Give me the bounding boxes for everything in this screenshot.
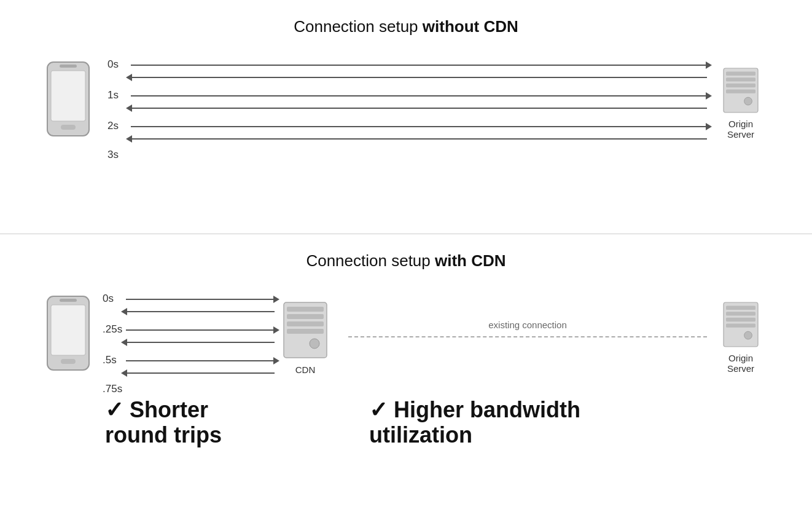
arrow-left-2s xyxy=(131,138,707,140)
cdn-diagram-row: 0s .25s .5s .75s xyxy=(44,288,768,386)
origin-server-cdn: OriginServer xyxy=(713,300,768,374)
dotted-line xyxy=(348,336,707,337)
benefit-shorter-text: ✓ Shorterround trips xyxy=(105,397,351,448)
diagram-container: Connection setup without CDN xyxy=(0,0,812,520)
bottom-title: Connection setup with CDN xyxy=(306,251,506,270)
cdn-server: CDN xyxy=(281,299,330,375)
svg-rect-22 xyxy=(726,312,755,315)
svg-rect-11 xyxy=(51,305,85,355)
cdn-time-25s: .25s xyxy=(103,323,122,336)
cdn-arrow-right-5 xyxy=(126,360,275,361)
phone-icon xyxy=(44,60,93,146)
svg-rect-5 xyxy=(726,72,755,76)
svg-rect-17 xyxy=(287,321,324,326)
benefit-bandwidth: ✓ Higher bandwidthutilization xyxy=(351,397,768,448)
svg-rect-3 xyxy=(61,125,76,130)
cdn-time-5s: .5s xyxy=(103,354,117,366)
benefits-row: ✓ Shorterround trips ✓ Higher bandwidthu… xyxy=(44,397,768,448)
svg-rect-7 xyxy=(726,84,755,87)
svg-rect-8 xyxy=(726,89,755,93)
time-label-3s: 3s xyxy=(107,149,119,161)
cdn-time-75s: .75s xyxy=(103,383,122,395)
svg-rect-15 xyxy=(287,307,324,312)
svg-rect-24 xyxy=(726,323,755,327)
top-section: Connection setup without CDN xyxy=(0,0,812,234)
top-title: Connection setup without CDN xyxy=(294,17,518,36)
existing-connection-area: existing connection xyxy=(348,288,707,386)
bottom-title-bold: with CDN xyxy=(435,251,506,270)
svg-rect-18 xyxy=(287,329,324,334)
arrow-right-2s xyxy=(131,126,707,127)
existing-connection-label: existing connection xyxy=(488,320,567,330)
cdn-arrow-right-0 xyxy=(126,299,275,300)
cdn-arrow-left-0 xyxy=(126,311,275,312)
benefit-bandwidth-text: ✓ Higher bandwidthutilization xyxy=(369,397,768,448)
cdn-label: CDN xyxy=(295,364,316,375)
arrow-left-1s xyxy=(131,108,707,109)
svg-point-9 xyxy=(744,97,752,105)
top-diagram-row: 0s 1s 2s 3s xyxy=(44,53,768,152)
svg-rect-12 xyxy=(60,299,77,302)
cdn-time-0s: 0s xyxy=(103,293,114,305)
svg-rect-1 xyxy=(51,71,85,121)
cdn-arrow-right-25 xyxy=(126,329,275,331)
top-title-normal: Connection setup xyxy=(294,17,423,36)
arrow-right-1s xyxy=(131,95,707,97)
svg-rect-13 xyxy=(61,359,76,364)
cdn-timeline-area: 0s .25s .5s .75s xyxy=(103,288,275,386)
time-label-2s: 2s xyxy=(107,120,119,132)
svg-rect-6 xyxy=(726,77,755,81)
time-label-0s: 0s xyxy=(107,58,119,71)
benefit-shorter-trips: ✓ Shorterround trips xyxy=(44,397,351,448)
arrow-left-0s-1 xyxy=(131,77,707,78)
svg-rect-16 xyxy=(287,314,324,319)
cdn-arrow-left-5 xyxy=(126,372,275,374)
origin-server-cdn-label: OriginServer xyxy=(727,353,754,374)
bottom-title-normal: Connection setup xyxy=(306,251,435,270)
cdn-arrow-left-25 xyxy=(126,342,275,343)
bottom-section: Connection setup with CDN 0s .25s xyxy=(0,234,812,520)
phone-icon-cdn xyxy=(44,294,93,380)
time-label-1s: 1s xyxy=(107,89,119,101)
top-title-bold: without CDN xyxy=(423,17,518,36)
arrow-right-0s-1 xyxy=(131,65,707,66)
svg-rect-2 xyxy=(60,65,77,68)
top-timeline-area: 0s 1s 2s 3s xyxy=(107,53,707,152)
origin-server-top: OriginServer xyxy=(713,66,768,140)
svg-rect-23 xyxy=(726,318,755,321)
svg-point-19 xyxy=(310,339,319,349)
origin-server-top-label: OriginServer xyxy=(727,119,754,140)
svg-point-25 xyxy=(744,331,752,339)
svg-rect-21 xyxy=(726,306,755,310)
